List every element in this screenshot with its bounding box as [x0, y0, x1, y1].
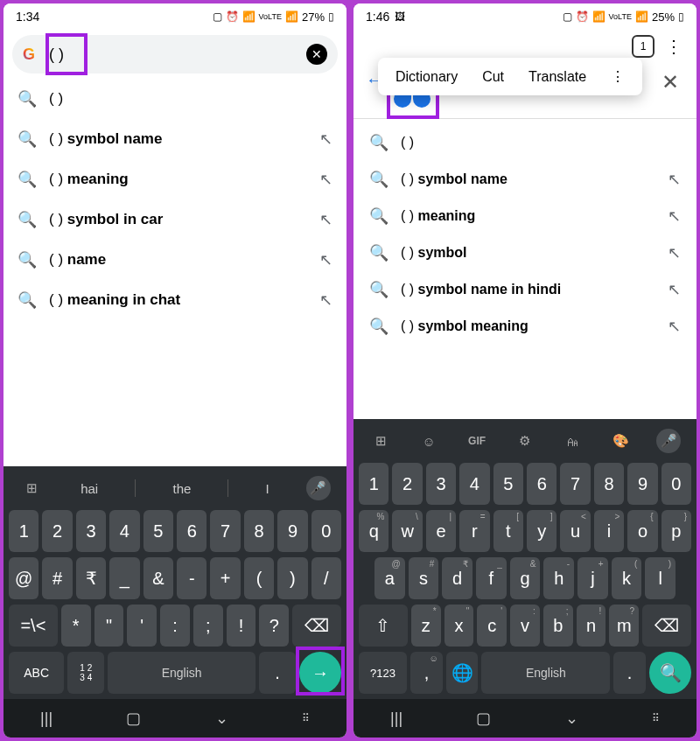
- more-icon[interactable]: ⋮: [660, 36, 688, 57]
- theme-icon[interactable]: 🎨: [609, 433, 634, 449]
- key-j[interactable]: j+: [578, 557, 608, 599]
- key-n[interactable]: n!: [577, 605, 606, 647]
- word-suggestion[interactable]: I: [254, 481, 282, 496]
- menu-dictionary[interactable]: Dictionary: [387, 69, 466, 85]
- key-@[interactable]: @: [9, 557, 38, 599]
- back-icon[interactable]: ⌄: [215, 709, 228, 728]
- search-input[interactable]: ( ): [49, 45, 298, 64]
- back-icon[interactable]: ⌄: [565, 709, 578, 728]
- key-9[interactable]: 9: [277, 510, 307, 552]
- symbols-key[interactable]: =\<: [9, 605, 58, 647]
- recents-icon[interactable]: |||: [40, 710, 52, 728]
- search-key[interactable]: 🔍: [649, 652, 691, 694]
- home-icon[interactable]: ▢: [126, 709, 141, 728]
- suggestion-row[interactable]: 🔍 ( ) meaning ↖: [354, 198, 696, 234]
- menu-more-icon[interactable]: ⋮: [602, 68, 634, 85]
- key-3[interactable]: 3: [426, 463, 456, 505]
- key-y[interactable]: y]: [527, 510, 556, 552]
- word-suggestion[interactable]: the: [160, 481, 203, 496]
- gif-icon[interactable]: GIF: [465, 435, 489, 447]
- key-p[interactable]: p}: [662, 510, 691, 552]
- recents-icon[interactable]: |||: [390, 710, 402, 728]
- key-1[interactable]: 1: [359, 463, 388, 505]
- close-icon[interactable]: ✕: [662, 70, 679, 94]
- key-_[interactable]: _: [109, 557, 139, 599]
- mic-icon[interactable]: 🎤: [656, 429, 681, 453]
- insert-arrow-icon[interactable]: ↖: [319, 129, 332, 149]
- key-q[interactable]: q%: [359, 510, 388, 552]
- suggestion-row[interactable]: 🔍 ( ) symbol meaning ↖: [354, 308, 696, 345]
- key-w[interactable]: w\: [392, 510, 422, 552]
- space-key[interactable]: English: [108, 652, 256, 694]
- go-key[interactable]: →: [299, 652, 341, 694]
- key-7[interactable]: 7: [210, 510, 240, 552]
- suggestion-row[interactable]: 🔍 ( ) meaning ↖: [4, 159, 346, 199]
- key-[interactable]: ": [94, 605, 124, 647]
- key-4[interactable]: 4: [109, 510, 139, 552]
- key-2[interactable]: 2: [392, 463, 422, 505]
- keyboard-switch-icon[interactable]: ⠿: [302, 712, 310, 724]
- key-0[interactable]: 0: [662, 463, 691, 505]
- suggestion-row[interactable]: 🔍 ( ) symbol ↖: [354, 234, 696, 271]
- mic-icon[interactable]: 🎤: [306, 476, 331, 500]
- insert-arrow-icon[interactable]: ↖: [668, 170, 681, 189]
- suggestion-row[interactable]: 🔍 ( ) name ↖: [4, 240, 346, 280]
- keyboard[interactable]: ⊞ ☺ GIF ⚙ 🗛 🎨 🎤 1234567890 q%w\e|r=t[y]u…: [354, 419, 696, 699]
- key-i[interactable]: i>: [594, 510, 624, 552]
- shift-key[interactable]: ⇧: [359, 605, 408, 647]
- backspace-key[interactable]: ⌫: [292, 605, 341, 647]
- period-key[interactable]: .: [613, 652, 646, 694]
- key-2[interactable]: 2: [42, 510, 72, 552]
- key-*[interactable]: *: [61, 605, 91, 647]
- key-8[interactable]: 8: [594, 463, 624, 505]
- key-7[interactable]: 7: [560, 463, 590, 505]
- numbers-key[interactable]: 1 2 3 4: [67, 652, 104, 694]
- key-z[interactable]: z*: [411, 605, 441, 647]
- key--[interactable]: -: [177, 557, 206, 599]
- suggestion-row[interactable]: 🔍 ( ) symbol name ↖: [4, 119, 346, 159]
- key-o[interactable]: o{: [627, 510, 657, 552]
- sticker-icon[interactable]: ☺: [416, 434, 441, 449]
- insert-arrow-icon[interactable]: ↖: [319, 210, 332, 229]
- key-s[interactable]: s#: [409, 557, 439, 599]
- key-#[interactable]: #: [42, 557, 72, 599]
- key-d[interactable]: d₹: [442, 557, 472, 599]
- insert-arrow-icon[interactable]: ↖: [319, 170, 332, 189]
- keyboard-suggestion-row[interactable]: ⊞ hai the I 🎤: [7, 472, 343, 505]
- key-₹[interactable]: ₹: [76, 557, 106, 599]
- key-b[interactable]: b;: [543, 605, 573, 647]
- key-g[interactable]: g&: [510, 557, 541, 599]
- key-)[interactable]: ): [277, 557, 307, 599]
- grid-icon[interactable]: ⊞: [19, 480, 44, 496]
- key-+[interactable]: +: [210, 557, 240, 599]
- key-;[interactable]: ;: [193, 605, 223, 647]
- insert-arrow-icon[interactable]: ↖: [668, 280, 681, 299]
- key-5[interactable]: 5: [494, 463, 523, 505]
- keyboard[interactable]: ⊞ hai the I 🎤 1234567890 @#₹_&-+()/ =\< …: [4, 466, 346, 699]
- suggestion-row[interactable]: 🔍 ( ): [354, 124, 696, 161]
- key-k[interactable]: k(: [612, 557, 642, 599]
- key-r[interactable]: r=: [459, 510, 489, 552]
- context-menu[interactable]: Dictionary Cut Translate ⋮: [378, 58, 642, 95]
- key-t[interactable]: t[: [494, 510, 523, 552]
- suggestion-row[interactable]: 🔍 ( ): [4, 79, 346, 119]
- key-v[interactable]: v:: [510, 605, 540, 647]
- space-key[interactable]: English: [481, 652, 610, 694]
- key-/[interactable]: /: [312, 557, 341, 599]
- key-'[interactable]: ': [127, 605, 157, 647]
- key-6[interactable]: 6: [527, 463, 556, 505]
- key-h[interactable]: h-: [543, 557, 574, 599]
- emoji-key[interactable]: ,☺: [410, 652, 443, 694]
- symbols-key[interactable]: ?123: [359, 652, 407, 694]
- menu-cut[interactable]: Cut: [473, 69, 513, 85]
- insert-arrow-icon[interactable]: ↖: [319, 250, 332, 269]
- grid-icon[interactable]: ⊞: [368, 433, 393, 449]
- insert-arrow-icon[interactable]: ↖: [668, 206, 681, 226]
- suggestion-row[interactable]: 🔍 ( ) meaning in chat ↖: [4, 280, 346, 320]
- key-m[interactable]: m?: [609, 605, 639, 647]
- nav-bar[interactable]: ||| ▢ ⌄ ⠿: [354, 699, 696, 738]
- key-9[interactable]: 9: [627, 463, 657, 505]
- suggestion-row[interactable]: 🔍 ( ) symbol name in hindi ↖: [354, 271, 696, 308]
- word-suggestion[interactable]: hai: [68, 481, 110, 496]
- menu-translate[interactable]: Translate: [520, 69, 595, 85]
